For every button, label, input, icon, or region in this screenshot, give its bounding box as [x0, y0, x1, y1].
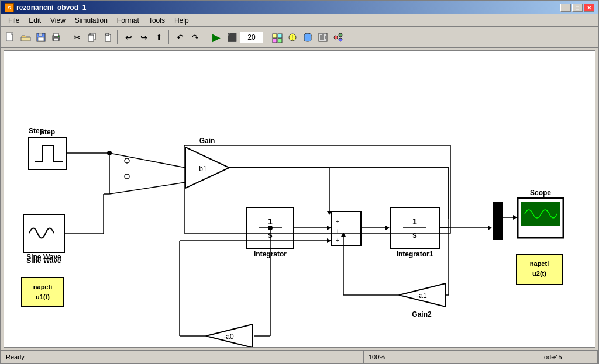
menu-tools[interactable]: Tools — [144, 15, 170, 26]
new-button[interactable] — [4, 30, 18, 44]
svg-text:Gain2: Gain2 — [412, 310, 432, 318]
status-zoom: 100% — [364, 351, 422, 363]
menu-bar: File Edit View Simulation Format Tools H… — [1, 14, 598, 27]
title-buttons: _ □ ✕ — [560, 4, 594, 12]
window-title: rezonancni_obvod_1 — [16, 4, 86, 12]
status-solver: ode45 — [539, 351, 598, 363]
svg-rect-24 — [322, 34, 324, 40]
svg-rect-17 — [273, 39, 277, 43]
menu-help[interactable]: Help — [170, 15, 194, 26]
data-button[interactable] — [301, 30, 315, 44]
undo-button[interactable]: ↩ — [122, 30, 136, 44]
svg-marker-93 — [488, 226, 492, 230]
svg-marker-83 — [327, 211, 332, 215]
diagram-canvas[interactable]: Step Sine Wave napeti u1(t) Gain b1 1 s — [4, 50, 595, 348]
svg-rect-33 — [22, 278, 64, 307]
undo2-button[interactable]: ↶ — [173, 30, 187, 44]
minimize-button[interactable]: _ — [560, 4, 571, 12]
open-button[interactable] — [19, 30, 33, 44]
menu-file[interactable]: File — [4, 15, 24, 26]
svg-text:+: + — [336, 218, 339, 225]
main-window: S rezonancni_obvod_1 _ □ ✕ File Edit Vie… — [0, 0, 599, 364]
svg-text:1: 1 — [268, 217, 273, 226]
run-button[interactable]: ▶ — [209, 30, 223, 44]
svg-rect-3 — [21, 37, 30, 41]
sep3 — [168, 30, 171, 44]
redo2-button[interactable]: ↷ — [188, 30, 202, 44]
menu-format[interactable]: Format — [112, 15, 144, 26]
svg-text:s: s — [412, 230, 417, 240]
status-middle — [422, 351, 539, 363]
svg-text:-a1: -a1 — [416, 292, 427, 300]
svg-text:b1: b1 — [199, 165, 207, 173]
svg-point-71 — [125, 158, 129, 163]
cut-button[interactable]: ✂ — [70, 30, 84, 44]
sep4 — [205, 30, 207, 44]
diagram-svg: Step Sine Wave napeti u1(t) Gain b1 1 s — [4, 51, 595, 347]
svg-text:napeti: napeti — [33, 283, 52, 290]
stop-button[interactable]: ⬛ — [225, 30, 239, 44]
toolbar: ✂ ↩ ↪ ⬆ ↶ ↷ ▶ ⬛ ! — [1, 27, 598, 48]
svg-text:Gain: Gain — [199, 137, 215, 145]
svg-rect-12 — [88, 35, 94, 41]
copy-button[interactable] — [85, 30, 99, 44]
svg-rect-53 — [493, 202, 503, 240]
step-label: Step — [29, 127, 44, 135]
svg-text:-a0: -a0 — [223, 332, 234, 341]
svg-rect-48 — [390, 207, 440, 248]
print-button[interactable] — [49, 30, 63, 44]
app-icon: S — [5, 3, 14, 12]
svg-rect-5 — [39, 33, 42, 36]
up-button[interactable]: ⬆ — [152, 30, 166, 44]
status-ready: Ready — [1, 351, 364, 363]
svg-rect-55 — [521, 202, 560, 226]
svg-point-27 — [339, 33, 342, 37]
svg-rect-25 — [325, 36, 326, 39]
svg-point-107 — [268, 226, 273, 230]
sim-time-input[interactable] — [240, 32, 263, 43]
save-button[interactable] — [34, 30, 48, 44]
svg-text:u1(t): u1(t) — [36, 293, 50, 300]
menu-edit[interactable]: Edit — [24, 15, 46, 26]
svg-rect-31 — [23, 214, 64, 252]
title-bar: S rezonancni_obvod_1 _ □ ✕ — [1, 1, 598, 14]
svg-text:1: 1 — [412, 217, 417, 226]
svg-text:Integrator1: Integrator1 — [397, 250, 433, 258]
library-button[interactable] — [270, 30, 284, 44]
sep5 — [266, 30, 268, 44]
svg-point-26 — [334, 36, 338, 39]
svg-marker-95 — [513, 215, 517, 220]
paste-button[interactable] — [101, 30, 115, 44]
extra-button[interactable] — [331, 30, 345, 44]
svg-rect-29 — [29, 137, 67, 169]
svg-rect-10 — [58, 36, 59, 37]
svg-text:u2(t): u2(t) — [532, 270, 546, 277]
svg-marker-85 — [327, 226, 331, 230]
svg-rect-23 — [320, 35, 322, 40]
maximize-button[interactable]: □ — [572, 4, 583, 12]
svg-marker-91 — [385, 226, 390, 230]
svg-marker-36 — [185, 147, 229, 188]
close-button[interactable]: ✕ — [584, 4, 594, 12]
svg-line-67 — [109, 153, 185, 168]
svg-text:napeti: napeti — [530, 260, 549, 267]
svg-point-28 — [339, 38, 342, 41]
svg-text:+: + — [336, 237, 339, 244]
svg-marker-89 — [327, 238, 331, 243]
debug-button[interactable]: ! — [285, 30, 300, 44]
settings-button[interactable] — [316, 30, 330, 44]
svg-rect-57 — [517, 254, 562, 285]
svg-rect-6 — [38, 37, 44, 41]
svg-rect-14 — [106, 33, 109, 36]
menu-simulation[interactable]: Simulation — [70, 15, 112, 26]
svg-point-72 — [125, 174, 129, 179]
svg-rect-16 — [278, 34, 282, 38]
svg-rect-0 — [6, 33, 13, 41]
sep2 — [117, 30, 119, 44]
redo-button[interactable]: ↪ — [137, 30, 151, 44]
sine-wave-label: Sine Wave — [20, 256, 67, 265]
menu-view[interactable]: View — [46, 15, 70, 26]
svg-rect-15 — [273, 34, 277, 38]
svg-rect-8 — [54, 33, 58, 36]
status-bar: Ready 100% ode45 — [1, 350, 598, 363]
